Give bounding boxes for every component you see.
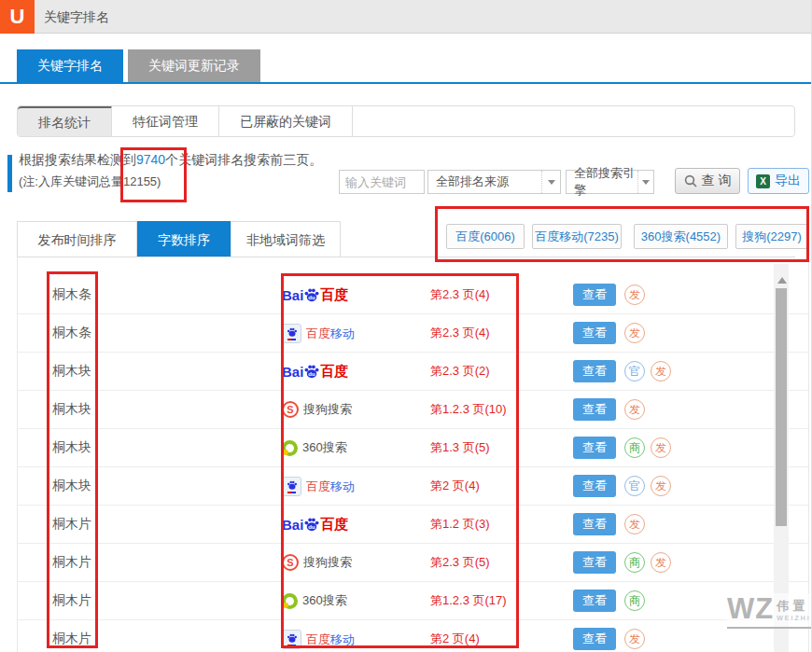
view-button[interactable]: 查看 bbox=[573, 322, 616, 344]
engine-cell: 360搜索 bbox=[282, 439, 430, 456]
badge-group: 发 bbox=[624, 629, 645, 649]
keyword-cell: 桐木块 bbox=[52, 363, 282, 380]
view-button[interactable]: 查看 bbox=[573, 513, 616, 535]
badge-orange[interactable]: 发 bbox=[624, 284, 645, 305]
keyword-cell: 桐木块 bbox=[52, 478, 282, 494]
engine-count-sogou[interactable]: 搜狗(2297) bbox=[735, 224, 808, 249]
engine-label: 搜狗搜索 bbox=[303, 554, 352, 571]
baidu-logo: Baidu百度 bbox=[282, 286, 348, 304]
export-button[interactable]: X 导出 bbox=[748, 168, 809, 194]
rank-cell: 第2 页(4) bbox=[430, 478, 573, 494]
badge-green[interactable]: 商 bbox=[624, 590, 645, 611]
excel-icon: X bbox=[756, 174, 770, 188]
keyword-cell: 桐木块 bbox=[52, 401, 282, 418]
engine-label: 搜狗搜索 bbox=[303, 401, 352, 418]
badge-group: 官发 bbox=[624, 476, 671, 496]
svg-text:du: du bbox=[309, 295, 316, 300]
engine-cell: Baidu百度 bbox=[282, 516, 430, 534]
filter-tab-non-regional[interactable]: 非地域词筛选 bbox=[231, 221, 341, 257]
badge-group: 发 bbox=[624, 284, 645, 305]
search-engine-select[interactable]: 全部搜索引擎 bbox=[566, 170, 654, 194]
view-button[interactable]: 查看 bbox=[573, 475, 616, 497]
watermark: WZ 伟置 WEIZHI bbox=[727, 593, 811, 629]
chevron-down-icon bbox=[637, 171, 653, 193]
subtab-ranking-stats[interactable]: 排名统计 bbox=[18, 106, 112, 136]
baidu-paw-icon: du bbox=[303, 363, 320, 380]
tab-keyword-ranking[interactable]: 关键字排名 bbox=[17, 49, 123, 82]
subtab-feature-words[interactable]: 特征词管理 bbox=[112, 106, 219, 136]
engine-select-value: 全部搜索引擎 bbox=[574, 165, 637, 199]
badge-orange[interactable]: 发 bbox=[624, 514, 645, 534]
view-button[interactable]: 查看 bbox=[573, 398, 616, 421]
engine-count-360[interactable]: 360搜索(4552) bbox=[634, 224, 728, 249]
table-row: 桐木片Baidu百度第1.2 页(3)查看发 bbox=[18, 506, 808, 544]
detected-count: 9740 bbox=[136, 152, 165, 167]
rank-source-select[interactable]: 全部排名来源 bbox=[427, 170, 561, 194]
engine-cell: 百度移动 bbox=[282, 477, 430, 496]
sogou-icon: S bbox=[282, 401, 299, 418]
view-button[interactable]: 查看 bbox=[573, 628, 616, 650]
badge-orange[interactable]: 发 bbox=[651, 437, 671, 458]
engine-cell: S搜狗搜索 bbox=[282, 554, 430, 571]
badge-orange[interactable]: 发 bbox=[651, 476, 671, 496]
summary-line1: 根据搜索结果检测到9740个关键词排名搜索前三页。 bbox=[19, 152, 322, 169]
watermark-en: WEIZHI bbox=[777, 615, 811, 621]
table-row: 桐木片S搜狗搜索第2.3 页(5)查看商发 bbox=[18, 544, 808, 582]
badge-orange[interactable]: 发 bbox=[624, 629, 645, 649]
filter-tab-publish-time[interactable]: 发布时间排序 bbox=[17, 221, 137, 257]
table-row: 桐木块S搜狗搜索第1.2.3 页(10)查看发 bbox=[18, 391, 808, 429]
baidu-paw-icon bbox=[287, 479, 298, 491]
page-title: 关键字排名 bbox=[44, 0, 109, 34]
engine-cell: 百度移动 bbox=[282, 630, 430, 649]
query-button[interactable]: 查 询 bbox=[675, 168, 740, 194]
baidu-paw-icon: du bbox=[303, 286, 320, 303]
engine-count-baidu-mobile[interactable]: 百度移动(7235) bbox=[532, 224, 622, 249]
badge-blue[interactable]: 官 bbox=[624, 476, 645, 496]
badge-group: 发 bbox=[624, 323, 645, 343]
view-button[interactable]: 查看 bbox=[573, 551, 616, 574]
badge-group: 商发 bbox=[624, 552, 671, 573]
search-icon bbox=[684, 174, 697, 187]
view-button[interactable]: 查看 bbox=[573, 437, 616, 459]
badge-orange[interactable]: 发 bbox=[651, 361, 671, 381]
subtab-blocked-keywords[interactable]: 已屏蔽的关键词 bbox=[219, 106, 353, 136]
engine-label: 360搜索 bbox=[302, 592, 347, 609]
keyword-ranking-app: U 关键字排名 关键字排名 关键词更新记录 排名统计 特征词管理 已屏蔽的关键词… bbox=[0, 0, 812, 652]
engine-label: 百度移动 bbox=[306, 325, 355, 342]
view-button[interactable]: 查看 bbox=[573, 590, 616, 612]
scrollbar-up-arrow-icon[interactable] bbox=[777, 277, 787, 284]
badge-green[interactable]: 商 bbox=[624, 437, 645, 458]
summary-line2: (注:入库关键词总量12155) bbox=[19, 173, 161, 190]
badge-orange[interactable]: 发 bbox=[624, 323, 645, 343]
badge-orange[interactable]: 发 bbox=[624, 399, 645, 420]
rank-cell: 第1.2.3 页(17) bbox=[430, 592, 573, 609]
rank-cell: 第2.3 页(5) bbox=[430, 554, 573, 571]
360-icon bbox=[282, 593, 298, 609]
badge-orange[interactable]: 发 bbox=[651, 552, 671, 573]
baidu-mobile-icon bbox=[282, 477, 301, 496]
tab-keyword-update-log[interactable]: 关键词更新记录 bbox=[128, 49, 260, 82]
rank-cell: 第2.3 页(4) bbox=[430, 286, 573, 303]
badge-group: 发 bbox=[624, 399, 645, 420]
engine-label: 360搜索 bbox=[302, 439, 347, 456]
baidu-paw-icon: du bbox=[303, 516, 320, 533]
watermark-wz: WZ bbox=[727, 593, 774, 624]
badge-blue[interactable]: 官 bbox=[624, 361, 645, 381]
badge-group: 发 bbox=[624, 514, 645, 534]
table-row: 桐木条Baidu百度第2.3 页(4)查看发 bbox=[18, 276, 808, 314]
summary-accent-bar bbox=[7, 155, 12, 192]
summary-prefix: 根据搜索结果检测到 bbox=[19, 152, 136, 167]
app-logo-u-icon[interactable]: U bbox=[0, 0, 35, 34]
badge-green[interactable]: 商 bbox=[624, 552, 645, 573]
export-label: 导出 bbox=[775, 173, 801, 189]
rank-source-value: 全部排名来源 bbox=[436, 173, 509, 190]
filter-tab-word-count[interactable]: 字数排序 bbox=[137, 221, 231, 257]
watermark-cn: 伟置 bbox=[777, 598, 811, 615]
top-header-bar: U 关键字排名 bbox=[0, 0, 812, 34]
engine-count-baidu[interactable]: 百度(6006) bbox=[446, 224, 525, 249]
search-input[interactable] bbox=[339, 170, 425, 194]
scrollbar-thumb[interactable] bbox=[776, 288, 787, 526]
view-button[interactable]: 查看 bbox=[573, 284, 616, 306]
view-button[interactable]: 查看 bbox=[573, 360, 616, 382]
rank-cell: 第1.3 页(5) bbox=[430, 439, 573, 456]
